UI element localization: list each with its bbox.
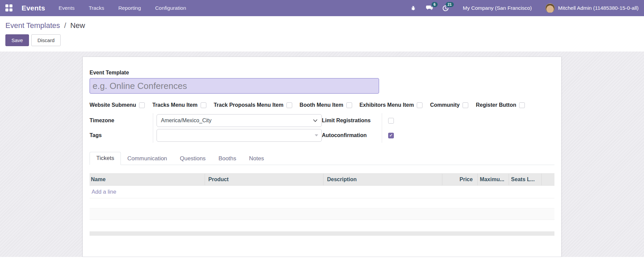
- tracks-menu-item-option: Tracks Menu Item: [152, 102, 206, 108]
- track-proposals-label: Track Proposals Menu Item: [214, 102, 283, 108]
- notebook-tabs: Tickets Communication Questions Booths N…: [90, 152, 554, 165]
- booth-menu-item-label: Booth Menu Item: [300, 102, 343, 108]
- column-description[interactable]: Description: [324, 174, 442, 185]
- app-brand[interactable]: Events: [22, 4, 45, 12]
- bug-icon: [410, 5, 416, 11]
- event-template-label: Event Template: [90, 69, 554, 76]
- breadcrumb-current: New: [70, 21, 85, 30]
- exhibitors-menu-item-option: Exhibitors Menu Item: [360, 102, 423, 108]
- website-submenu-checkbox[interactable]: [139, 102, 145, 108]
- tags-label: Tags: [90, 132, 102, 138]
- column-product[interactable]: Product: [205, 174, 324, 185]
- register-button-checkbox[interactable]: [519, 102, 525, 108]
- timezone-label: Timezone: [90, 118, 114, 124]
- autoconfirmation-checkbox[interactable]: [388, 133, 394, 138]
- website-submenu-label: Website Submenu: [90, 102, 136, 108]
- community-label: Community: [430, 102, 460, 108]
- timezone-row: Timezone America/Mexico_City: [90, 113, 322, 128]
- register-button-label: Register Button: [476, 102, 516, 108]
- user-avatar: [545, 3, 555, 13]
- add-a-line-link[interactable]: Add a line: [92, 189, 116, 195]
- autoconfirmation-row: Autoconfirmation: [322, 128, 554, 143]
- systray: 6 21 My Company (San Francisco) Mitchell…: [410, 3, 639, 13]
- activities-systray[interactable]: 21: [442, 4, 449, 12]
- event-template-field: Event Template: [90, 69, 554, 94]
- tags-row: Tags: [90, 128, 322, 143]
- column-maximum[interactable]: Maximu...: [478, 174, 509, 185]
- activities-badge: 21: [446, 2, 454, 7]
- exhibitors-menu-item-label: Exhibitors Menu Item: [360, 102, 414, 108]
- content-background: Event Template Website Submenu Tracks Me…: [0, 52, 644, 257]
- tab-booths[interactable]: Booths: [212, 153, 243, 165]
- chevron-down-icon: [313, 119, 317, 122]
- left-group: Timezone America/Mexico_City Tags: [90, 113, 322, 143]
- menu-tracks[interactable]: Tracks: [89, 5, 104, 11]
- column-name[interactable]: Name: [90, 174, 205, 185]
- add-line-row: Add a line: [90, 186, 554, 198]
- timezone-select[interactable]: America/Mexico_City: [157, 114, 322, 127]
- empty-row: [90, 208, 554, 220]
- options-checkbox-row: Website Submenu Tracks Menu Item Track P…: [90, 102, 554, 108]
- track-proposals-checkbox[interactable]: [286, 102, 292, 108]
- menu-configuration[interactable]: Configuration: [155, 5, 186, 11]
- tab-questions[interactable]: Questions: [173, 153, 212, 165]
- save-button[interactable]: Save: [5, 34, 29, 46]
- menu-reporting[interactable]: Reporting: [118, 5, 141, 11]
- right-group: Limit Registrations Autoconfirmation: [322, 113, 554, 143]
- track-proposals-option: Track Proposals Menu Item: [214, 102, 292, 108]
- timezone-value: America/Mexico_City: [161, 118, 211, 124]
- messages-badge: 6: [432, 2, 438, 7]
- limit-registrations-checkbox[interactable]: [388, 118, 394, 124]
- breadcrumb-event-templates[interactable]: Event Templates: [5, 21, 60, 30]
- menu-events[interactable]: Events: [59, 5, 74, 11]
- control-panel: Event Templates / New Save Discard: [0, 16, 644, 52]
- dropdown-caret-icon: [315, 134, 318, 136]
- booth-menu-item-option: Booth Menu Item: [300, 102, 352, 108]
- tags-input[interactable]: [157, 129, 322, 142]
- register-button-option: Register Button: [476, 102, 525, 108]
- breadcrumb: Event Templates / New: [5, 21, 639, 30]
- breadcrumb-separator: /: [64, 21, 66, 30]
- autoconfirmation-label: Autoconfirmation: [322, 132, 367, 138]
- tickets-header-row: Name Product Description Price Maximu...…: [90, 173, 554, 186]
- tab-notes[interactable]: Notes: [243, 153, 270, 165]
- community-option: Community: [430, 102, 468, 108]
- limit-registrations-label: Limit Registrations: [322, 118, 371, 124]
- messages-systray[interactable]: 6: [426, 4, 433, 12]
- horizontal-scrollbar[interactable]: [90, 231, 554, 236]
- user-menu[interactable]: Mitchell Admin (11485380-15-0-all): [545, 3, 639, 13]
- discard-button[interactable]: Discard: [31, 34, 61, 46]
- column-extra: [542, 174, 554, 185]
- column-seats-left[interactable]: Seats L...: [509, 174, 542, 185]
- apps-grid-icon[interactable]: [5, 4, 13, 12]
- website-submenu-option: Website Submenu: [90, 102, 145, 108]
- user-name: Mitchell Admin (11485380-15-0-all): [558, 5, 639, 11]
- booth-menu-item-checkbox[interactable]: [346, 102, 352, 108]
- limit-registrations-row: Limit Registrations: [322, 113, 554, 128]
- main-menu: Events Tracks Reporting Configuration: [59, 5, 186, 11]
- event-template-input[interactable]: [90, 78, 379, 94]
- exhibitors-menu-item-checkbox[interactable]: [417, 102, 422, 108]
- control-panel-buttons: Save Discard: [5, 34, 639, 46]
- form-sheet: Event Template Website Submenu Tracks Me…: [82, 57, 562, 257]
- tab-tickets[interactable]: Tickets: [90, 152, 121, 165]
- empty-space: [90, 220, 554, 231]
- form-groups: Timezone America/Mexico_City Tags: [90, 113, 554, 143]
- tab-communication[interactable]: Communication: [121, 153, 173, 165]
- tracks-menu-item-checkbox[interactable]: [201, 102, 206, 108]
- community-checkbox[interactable]: [463, 102, 468, 108]
- empty-space: [90, 198, 554, 208]
- top-navbar: Events Events Tracks Reporting Configura…: [0, 0, 644, 16]
- tracks-menu-item-label: Tracks Menu Item: [152, 102, 197, 108]
- tickets-list: Name Product Description Price Maximu...…: [90, 173, 554, 236]
- debug-bug-icon[interactable]: [410, 4, 417, 12]
- company-switcher[interactable]: My Company (San Francisco): [463, 5, 532, 11]
- column-price[interactable]: Price: [442, 174, 478, 185]
